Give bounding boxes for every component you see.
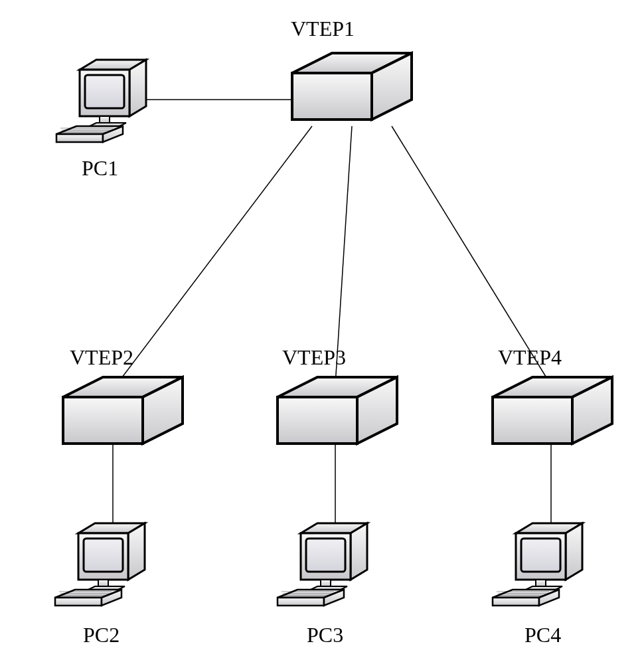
- pc4-label: PC4: [524, 623, 561, 647]
- network-diagram: [0, 0, 644, 664]
- pc2-icon: [55, 523, 145, 606]
- pc3-label: PC3: [307, 623, 343, 647]
- vtep4-label: VTEP4: [498, 345, 562, 370]
- pc1-label: PC1: [82, 156, 118, 181]
- vtep2-label: VTEP2: [70, 345, 133, 370]
- vtep1-icon: [292, 53, 412, 120]
- pc1-icon: [56, 60, 146, 142]
- pc2-label: PC2: [83, 623, 120, 647]
- pc3-icon: [278, 523, 367, 606]
- vtep3-icon: [278, 377, 397, 444]
- vtep2-icon: [63, 377, 183, 444]
- edges: [113, 100, 551, 531]
- pc4-icon: [493, 523, 582, 606]
- vtep3-label: VTEP3: [282, 345, 346, 370]
- vtep4-icon: [493, 377, 612, 444]
- vtep1-label: VTEP1: [291, 17, 355, 41]
